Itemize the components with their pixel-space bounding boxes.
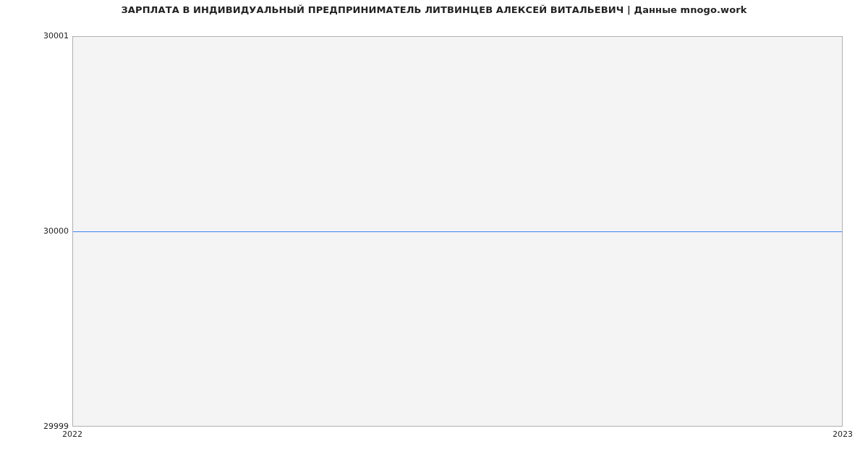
x-tick-label: 2022 bbox=[62, 430, 82, 439]
chart-container: ЗАРПЛАТА В ИНДИВИДУАЛЬНЫЙ ПРЕДПРИНИМАТЕЛ… bbox=[0, 0, 868, 470]
plot-area bbox=[72, 36, 843, 427]
chart-title: ЗАРПЛАТА В ИНДИВИДУАЛЬНЫЙ ПРЕДПРИНИМАТЕЛ… bbox=[0, 4, 868, 15]
y-tick-label: 30000 bbox=[4, 227, 69, 236]
y-tick-label: 29999 bbox=[4, 422, 69, 431]
series-line bbox=[73, 231, 842, 232]
x-tick-label: 2023 bbox=[833, 430, 853, 439]
y-tick-label: 30001 bbox=[4, 32, 69, 40]
